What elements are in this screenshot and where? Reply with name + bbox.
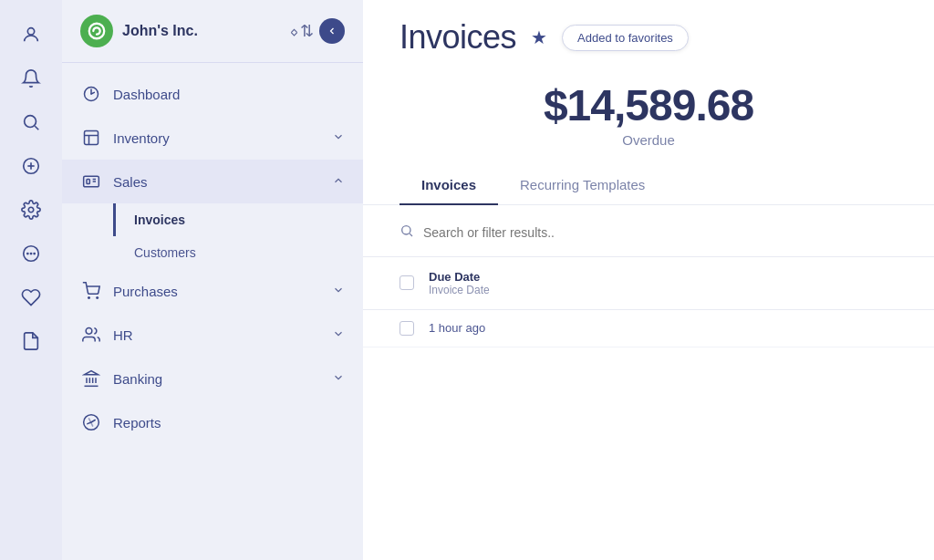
document-icon[interactable] bbox=[11, 321, 51, 361]
search-input[interactable] bbox=[423, 225, 898, 240]
hr-chevron bbox=[332, 327, 345, 343]
page-title: Invoices bbox=[400, 18, 516, 57]
inventory-chevron bbox=[332, 130, 345, 146]
svg-point-20 bbox=[88, 297, 90, 299]
sales-chevron bbox=[332, 174, 345, 190]
svg-point-6 bbox=[28, 207, 34, 213]
hr-icon bbox=[80, 324, 102, 346]
banking-icon bbox=[80, 368, 102, 389]
svg-point-8 bbox=[26, 253, 29, 255]
table-row[interactable]: 1 hour ago bbox=[363, 310, 934, 347]
dashboard-icon bbox=[80, 83, 102, 105]
banking-label: Banking bbox=[113, 371, 321, 387]
svg-point-0 bbox=[27, 28, 34, 35]
sidebar-item-dashboard[interactable]: Dashboard bbox=[62, 72, 363, 116]
svg-point-29 bbox=[402, 225, 410, 233]
svg-point-1 bbox=[25, 116, 36, 128]
inventory-icon bbox=[80, 127, 102, 149]
svg-marker-28 bbox=[85, 371, 99, 375]
sidebar-item-customers[interactable]: Customers bbox=[113, 236, 363, 269]
col-due-date-label: Due Date bbox=[429, 270, 898, 284]
sidebar-item-invoices[interactable]: Invoices bbox=[113, 203, 363, 236]
sidebar-item-sales[interactable]: Sales bbox=[62, 160, 363, 203]
sales-icon bbox=[80, 171, 102, 192]
favorite-star-icon[interactable]: ★ bbox=[531, 26, 547, 48]
overdue-label: Overdue bbox=[400, 132, 898, 148]
sales-label: Sales bbox=[113, 174, 321, 190]
svg-rect-17 bbox=[87, 180, 89, 184]
dashboard-label: Dashboard bbox=[113, 87, 345, 102]
row-timestamp: 1 hour ago bbox=[429, 321, 485, 335]
user-icon[interactable] bbox=[11, 15, 51, 55]
bell-icon[interactable] bbox=[11, 58, 51, 99]
sidebar-item-reports[interactable]: Reports bbox=[62, 400, 363, 444]
search-bar-icon bbox=[400, 223, 414, 242]
purchases-chevron bbox=[332, 284, 345, 299]
row-checkbox[interactable] bbox=[400, 321, 414, 336]
hr-label: HR bbox=[113, 327, 321, 343]
heart-icon[interactable] bbox=[11, 277, 51, 317]
svg-point-10 bbox=[33, 253, 36, 255]
sidebar-item-inventory[interactable]: Inventory bbox=[62, 116, 363, 160]
table-header: Due Date Invoice Date bbox=[363, 257, 934, 310]
sidebar-nav: Dashboard Inventory bbox=[62, 63, 363, 560]
company-logo bbox=[80, 15, 113, 47]
main-header: Invoices ★ Added to favorites bbox=[363, 0, 934, 71]
svg-rect-16 bbox=[84, 176, 99, 187]
svg-point-22 bbox=[86, 328, 92, 335]
svg-line-30 bbox=[410, 233, 412, 236]
sidebar: John's Inc. ⇅ bbox=[62, 0, 363, 560]
sales-subnav: Invoices Customers bbox=[62, 203, 363, 269]
svg-rect-13 bbox=[85, 131, 99, 145]
help-icon[interactable] bbox=[11, 233, 51, 274]
purchases-label: Purchases bbox=[113, 284, 321, 299]
svg-point-21 bbox=[97, 297, 99, 299]
settings-icon[interactable] bbox=[11, 190, 51, 230]
overdue-amount: $14,589.68 bbox=[400, 80, 898, 130]
tab-recurring-templates[interactable]: Recurring Templates bbox=[498, 166, 667, 205]
svg-line-2 bbox=[35, 126, 38, 130]
svg-point-9 bbox=[30, 253, 33, 255]
overdue-section: $14,589.68 Overdue bbox=[363, 71, 934, 166]
sidebar-item-banking[interactable]: Banking bbox=[62, 357, 363, 400]
sidebar-item-purchases[interactable]: Purchases bbox=[62, 269, 363, 313]
col-invoice-date-label: Invoice Date bbox=[429, 284, 898, 296]
tab-invoices[interactable]: Invoices bbox=[400, 166, 498, 205]
sidebar-expand-button[interactable]: ⇅ bbox=[288, 18, 314, 44]
tabs-bar: Invoices Recurring Templates bbox=[363, 166, 934, 205]
svg-point-11 bbox=[89, 24, 105, 39]
plus-circle-icon[interactable] bbox=[11, 146, 51, 186]
reports-icon bbox=[80, 411, 102, 433]
favorites-badge[interactable]: Added to favorites bbox=[562, 25, 689, 51]
banking-chevron bbox=[332, 371, 345, 387]
search-rail-icon[interactable] bbox=[11, 102, 51, 142]
col-date-header: Due Date Invoice Date bbox=[429, 270, 898, 296]
sidebar-header: John's Inc. ⇅ bbox=[62, 0, 363, 63]
icon-rail bbox=[0, 0, 62, 560]
purchases-icon bbox=[80, 280, 102, 302]
search-bar bbox=[363, 209, 934, 257]
sidebar-item-hr[interactable]: HR bbox=[62, 313, 363, 357]
inventory-label: Inventory bbox=[113, 130, 321, 146]
reports-label: Reports bbox=[113, 415, 345, 430]
main-content: Invoices ★ Added to favorites $14,589.68… bbox=[363, 0, 934, 560]
company-name: John's Inc. bbox=[122, 23, 279, 39]
sidebar-header-controls: ⇅ bbox=[288, 18, 345, 44]
select-all-checkbox[interactable] bbox=[400, 275, 414, 290]
sidebar-collapse-button[interactable] bbox=[319, 18, 345, 44]
